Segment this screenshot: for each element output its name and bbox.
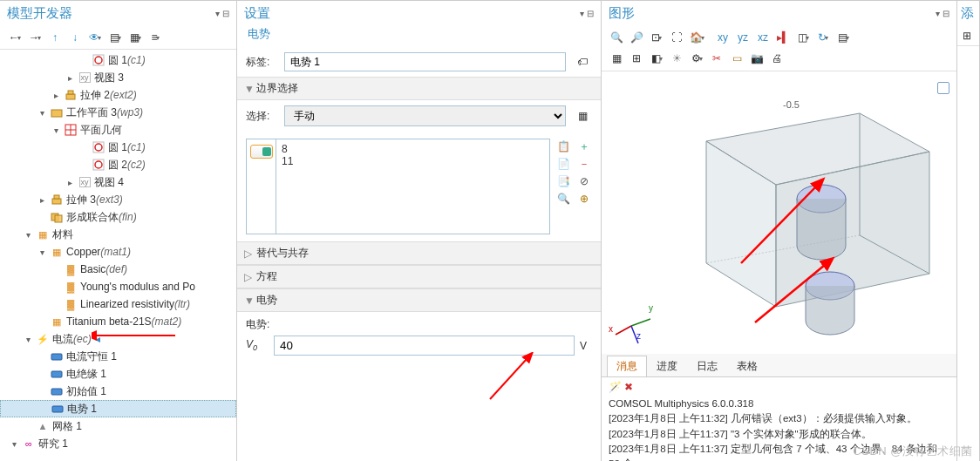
- builder-menu-icon[interactable]: ▾ ⊟: [215, 9, 229, 18]
- light-icon[interactable]: ☀: [667, 49, 686, 68]
- tree-node[interactable]: 电势 1: [0, 400, 236, 417]
- tab-2[interactable]: 日志: [687, 356, 727, 376]
- view-go-icon[interactable]: ▸▍: [773, 28, 793, 47]
- view-xz-icon[interactable]: xz: [753, 28, 772, 47]
- view-store-icon[interactable]: ◫▾: [793, 28, 813, 47]
- expand-icon[interactable]: ▦▾: [126, 28, 145, 47]
- tree-node[interactable]: 圆 1 (c1): [0, 139, 236, 156]
- tree-node[interactable]: 圆 1 (c1): [0, 51, 236, 69]
- tab-1[interactable]: 进度: [647, 356, 687, 376]
- message-line: [2023年1月8日 上午11:37] "3 个实体对象"形成的联合体。: [609, 427, 949, 442]
- snapshot-icon[interactable]: 📷: [747, 49, 766, 68]
- view-xy-icon[interactable]: xy: [713, 28, 732, 47]
- tree-node[interactable]: ▲网格 1: [0, 417, 236, 435]
- clip-icon[interactable]: ✂: [707, 49, 726, 68]
- tab-3[interactable]: 表格: [727, 356, 767, 376]
- tick-top: -0.5: [783, 99, 800, 110]
- section-potential[interactable]: ▼电势: [237, 288, 601, 312]
- selection-select[interactable]: 手动: [284, 105, 566, 126]
- node-label: 电流: [52, 332, 73, 347]
- list-item[interactable]: 11: [282, 155, 544, 167]
- tree-node[interactable]: ▾平面几何: [0, 121, 236, 139]
- tab-0[interactable]: 消息: [607, 356, 647, 376]
- add-icon[interactable]: ＋: [576, 139, 592, 154]
- label-tag-icon[interactable]: 🏷: [573, 52, 592, 71]
- paste-icon[interactable]: 📄: [555, 156, 571, 172]
- print-icon[interactable]: 🖨: [767, 49, 786, 68]
- node-suffix: (ltr): [174, 298, 190, 310]
- tree-node[interactable]: ▦Titanium beta-21S (mat2): [0, 313, 236, 330]
- orbit-icon[interactable]: ↻▾: [813, 28, 833, 47]
- clipboard-icon[interactable]: 📑: [555, 173, 571, 189]
- node-label: Young's modulus and Po: [80, 281, 195, 293]
- list-item[interactable]: 8: [282, 143, 544, 155]
- tree-node[interactable]: ▸拉伸 2 (ext2): [0, 86, 236, 104]
- list-icon[interactable]: ≡▾: [146, 28, 165, 47]
- tree-node[interactable]: ▾∞研究 1: [0, 435, 236, 452]
- scene-icon[interactable]: ⚙▾: [687, 49, 706, 68]
- tree-node[interactable]: ▾▦材料: [0, 226, 236, 243]
- svg-line-31: [616, 326, 631, 335]
- tree-node[interactable]: 圆 2 (c2): [0, 156, 236, 173]
- tree-node[interactable]: 初始值 1: [0, 383, 236, 400]
- section-override[interactable]: ▷替代与共存: [237, 241, 601, 265]
- tree-node[interactable]: ▓Linearized resistivity (ltr): [0, 295, 236, 313]
- message-line: COMSOL Multiphysics 6.0.0.318: [609, 397, 949, 411]
- render-icon[interactable]: ▦: [607, 49, 626, 68]
- tree-node[interactable]: ▸xy视图 3: [0, 69, 236, 86]
- tree-node[interactable]: ▾⚡电流 (ec) ◂: [0, 330, 236, 348]
- zoom-box-icon[interactable]: ⊡▾: [647, 28, 666, 47]
- tree-node[interactable]: 电流守恒 1: [0, 348, 236, 365]
- copy-icon[interactable]: 📋: [555, 139, 571, 154]
- selection-list[interactable]: 8 11: [276, 139, 549, 234]
- indicator-3d-icon[interactable]: [937, 82, 949, 94]
- tree-node[interactable]: ▸拉伸 3 (ext3): [0, 191, 236, 208]
- zoom-in-icon[interactable]: 🔍: [607, 28, 626, 47]
- collapse-icon[interactable]: ▤▾: [105, 28, 125, 47]
- zoom-sel-icon[interactable]: 🔍: [555, 191, 571, 207]
- selection-new-icon[interactable]: ▦: [573, 106, 592, 125]
- settings-menu-icon[interactable]: ▾ ⊟: [580, 9, 594, 18]
- model-tree[interactable]: 圆 1 (c1)▸xy视图 3▸拉伸 2 (ext2)▾工作平面 3 (wp3)…: [0, 50, 236, 461]
- measure-icon[interactable]: ▭: [727, 49, 746, 68]
- graphics-canvas[interactable]: -0.5 cm 0 0.5: [602, 71, 956, 354]
- view-yz-icon[interactable]: yz: [733, 28, 752, 47]
- selection-activate[interactable]: [247, 139, 276, 234]
- extra-icon[interactable]: ⊞: [959, 28, 975, 44]
- graphics-more-icon[interactable]: ▤▾: [834, 28, 853, 47]
- nav-up-icon[interactable]: ↑: [45, 28, 65, 47]
- tree-node[interactable]: ▓Basic (def): [0, 261, 236, 278]
- section-override-label: 替代与共存: [256, 246, 309, 261]
- v0-input[interactable]: [274, 336, 575, 356]
- transparency-icon[interactable]: ◧▾: [647, 49, 666, 68]
- remove-icon[interactable]: －: [576, 156, 592, 172]
- section-boundary[interactable]: ▼边界选择: [237, 77, 601, 100]
- toggle-active-icon[interactable]: ⊘: [576, 173, 592, 189]
- svg-rect-19: [52, 406, 63, 412]
- node-label: 网格 1: [52, 419, 82, 434]
- zoom-default-icon[interactable]: 🏠▾: [687, 28, 706, 47]
- svg-rect-2: [66, 94, 75, 99]
- wireframe-icon[interactable]: ⊞: [627, 49, 646, 68]
- tree-node[interactable]: ▓Young's modulus and Po: [0, 278, 236, 295]
- zoom-extents-icon[interactable]: ⛶: [667, 28, 686, 47]
- clear-icon[interactable]: ✖: [624, 381, 633, 393]
- nav-back-icon[interactable]: ←▾: [5, 28, 24, 47]
- label-input[interactable]: [284, 52, 566, 71]
- tree-node[interactable]: ▾▦Copper (mat1): [0, 243, 236, 261]
- phi-icon[interactable]: ⊕: [576, 191, 592, 207]
- node-icon: xy: [78, 71, 92, 85]
- tree-node[interactable]: 电绝缘 1: [0, 365, 236, 383]
- tree-node[interactable]: ▸xy视图 4: [0, 173, 236, 191]
- show-icon[interactable]: 👁▾: [85, 28, 105, 47]
- tree-node[interactable]: 形成联合体 (fin): [0, 208, 236, 226]
- graphics-toolbar: 🔍 🔎 ⊡▾ ⛶ 🏠▾ xy yz xz ▸▍ ◫▾ ↻▾ ▤▾ ▦ ⊞ ◧▾ …: [602, 26, 956, 71]
- graphics-menu-icon[interactable]: ▾ ⊟: [936, 9, 949, 18]
- tree-node[interactable]: ▾工作平面 3 (wp3): [0, 104, 236, 121]
- nav-down-icon[interactable]: ↓: [65, 28, 85, 47]
- node-label: 拉伸 2: [80, 88, 110, 103]
- section-equation[interactable]: ▷方程: [237, 265, 601, 288]
- zoom-out-icon[interactable]: 🔎: [627, 28, 646, 47]
- nav-fwd-icon[interactable]: →▾: [25, 28, 44, 47]
- wand-icon[interactable]: 🪄: [609, 381, 622, 393]
